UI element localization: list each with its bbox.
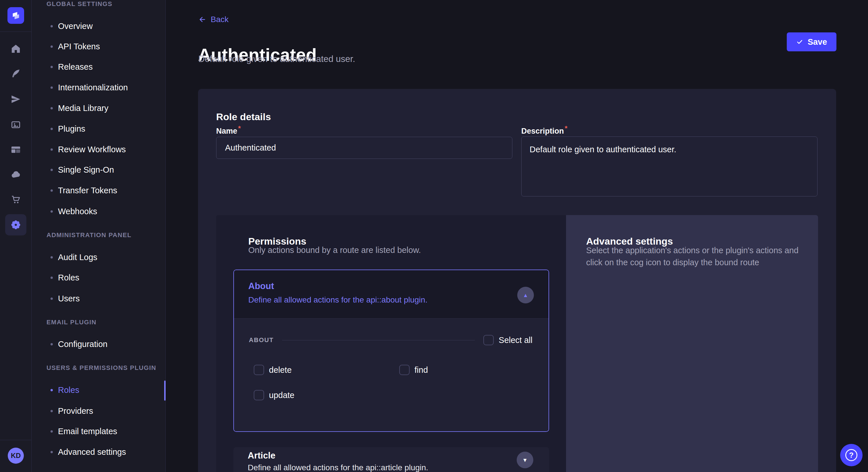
permissions-subtitle: Only actions bound by a route are listed… xyxy=(248,245,421,255)
bullet-icon xyxy=(51,410,53,412)
update-label[interactable]: update xyxy=(269,391,294,400)
sidebar-item-api-tokens[interactable]: API Tokens xyxy=(51,42,100,51)
rail-item-settings[interactable] xyxy=(0,214,32,235)
back-link[interactable]: Back xyxy=(198,15,228,24)
check-icon xyxy=(796,38,803,45)
permission-action-find: find xyxy=(399,365,428,375)
bullet-icon xyxy=(51,430,53,432)
chevron-up-icon: ▲ xyxy=(523,293,528,298)
rail-item-media-library[interactable] xyxy=(0,114,32,135)
bullet-icon xyxy=(51,169,53,171)
rail-item-releases[interactable] xyxy=(0,89,32,110)
name-input[interactable] xyxy=(216,137,513,159)
accordion-about: About Define all allowed actions for the… xyxy=(234,270,549,432)
rail-item-content-builder[interactable] xyxy=(0,63,32,84)
expand-button[interactable]: ▼ xyxy=(517,452,533,468)
strapi-logo[interactable] xyxy=(7,7,24,24)
bullet-icon xyxy=(51,451,53,453)
cart-icon xyxy=(11,194,21,205)
bullet-icon xyxy=(51,45,53,47)
bullet-icon xyxy=(51,210,53,212)
images-icon xyxy=(11,120,21,130)
sidebar-item-configuration[interactable]: Configuration xyxy=(51,339,107,349)
sidebar-item-providers[interactable]: Providers xyxy=(51,406,93,416)
delete-label[interactable]: delete xyxy=(269,365,291,375)
sidebar-section-email-plugin: EMAIL PLUGIN xyxy=(46,318,96,326)
app-screen: KD GLOBAL SETTINGS Overview API Tokens R… xyxy=(0,0,868,472)
sidebar-item-advanced-settings[interactable]: Advanced settings xyxy=(51,447,126,457)
bullet-icon xyxy=(51,25,53,27)
sidebar-item-internationalization[interactable]: Internationalization xyxy=(51,83,128,92)
main-content: Back Authenticated Default role given to… xyxy=(166,0,868,472)
bullet-icon xyxy=(51,66,53,68)
accordion-article-title: Article xyxy=(248,450,275,461)
question-mark-icon: ? xyxy=(845,449,857,461)
role-details-heading: Role details xyxy=(216,111,271,123)
home-icon xyxy=(11,43,21,54)
rail-divider xyxy=(0,32,31,32)
description-label: Description* xyxy=(521,125,567,136)
advanced-settings-description: Select the application's actions or the … xyxy=(586,244,800,268)
rail-item-content-manager[interactable] xyxy=(0,139,32,160)
bullet-icon xyxy=(51,256,53,258)
accordion-about-header[interactable]: About Define all allowed actions for the… xyxy=(234,270,549,318)
find-label[interactable]: find xyxy=(414,365,428,375)
gear-icon xyxy=(10,219,22,231)
paper-plane-icon xyxy=(11,94,21,104)
page-subtitle: Default role given to authenticated user… xyxy=(198,54,355,64)
back-label: Back xyxy=(211,15,228,24)
rail-item-marketplace[interactable] xyxy=(0,189,32,210)
sidebar-item-media-library[interactable]: Media Library xyxy=(51,103,108,113)
group-divider xyxy=(282,340,475,340)
permission-group-row: ABOUT Select all xyxy=(249,335,532,345)
accordion-article[interactable]: Article Define all allowed actions for t… xyxy=(234,447,549,472)
bullet-icon xyxy=(51,343,53,345)
chevron-down-icon: ▼ xyxy=(522,458,528,463)
help-button[interactable]: ? xyxy=(840,444,863,466)
bullet-icon xyxy=(51,297,53,300)
sidebar-item-transfer-tokens[interactable]: Transfer Tokens xyxy=(51,186,117,195)
sidebar-item-plugins[interactable]: Plugins xyxy=(51,124,85,134)
bullet-icon xyxy=(51,107,53,109)
bullet-icon xyxy=(51,389,53,391)
rail-item-deploy[interactable] xyxy=(0,164,32,185)
group-label: ABOUT xyxy=(249,336,274,344)
permissions-panel: Permissions Only actions bound by a rout… xyxy=(216,215,566,472)
active-nav-indicator xyxy=(164,380,166,401)
sidebar-section-global-settings: GLOBAL SETTINGS xyxy=(46,0,113,8)
sidebar-item-overview[interactable]: Overview xyxy=(51,22,93,31)
layout-icon xyxy=(11,144,21,155)
avatar-initials: KD xyxy=(11,452,21,460)
sidebar-item-webhooks[interactable]: Webhooks xyxy=(51,207,97,216)
find-checkbox[interactable] xyxy=(399,365,410,375)
settings-active-tile xyxy=(5,214,26,235)
sidebar-item-email-templates[interactable]: Email templates xyxy=(51,427,117,436)
select-all-checkbox[interactable] xyxy=(484,335,494,345)
advanced-settings-panel: Advanced settings Select the application… xyxy=(566,215,818,472)
update-checkbox[interactable] xyxy=(254,390,264,400)
sidebar-item-users[interactable]: Users xyxy=(51,294,80,303)
sidebar-item-releases[interactable]: Releases xyxy=(51,62,93,72)
feather-icon xyxy=(11,68,21,78)
required-asterisk: * xyxy=(565,125,567,132)
bullet-icon xyxy=(51,276,53,279)
avatar[interactable]: KD xyxy=(8,448,24,464)
rail-item-home[interactable] xyxy=(0,38,32,59)
save-label: Save xyxy=(808,37,827,47)
collapse-button[interactable]: ▲ xyxy=(517,287,534,303)
accordion-about-body: ABOUT Select all delete find xyxy=(234,318,549,431)
role-card: Role details Name* Description* Default … xyxy=(198,89,836,472)
cloud-icon xyxy=(10,169,21,180)
sidebar-item-audit-logs[interactable]: Audit Logs xyxy=(51,252,97,262)
sidebar-item-single-sign-on[interactable]: Single Sign-On xyxy=(51,165,114,175)
bullet-icon xyxy=(51,86,53,89)
bullet-icon xyxy=(51,128,53,130)
accordion-article-description: Define all allowed actions for the api::… xyxy=(248,463,428,472)
sidebar-item-review-workflows[interactable]: Review Workflows xyxy=(51,145,126,154)
description-textarea[interactable]: Default role given to authenticated user… xyxy=(521,136,817,196)
sidebar-item-admin-roles[interactable]: Roles xyxy=(51,273,79,282)
sidebar-item-up-roles[interactable]: Roles xyxy=(51,385,79,395)
delete-checkbox[interactable] xyxy=(254,365,264,375)
save-button[interactable]: Save xyxy=(787,32,836,51)
select-all-label[interactable]: Select all xyxy=(499,336,532,345)
